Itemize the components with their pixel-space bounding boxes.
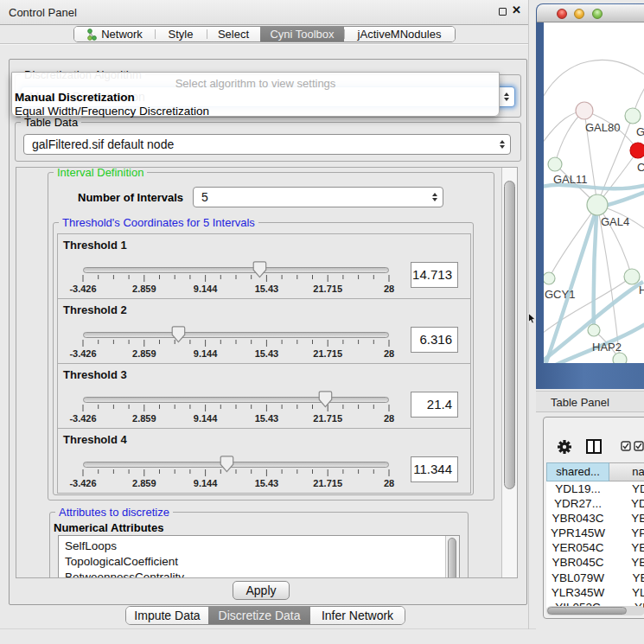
svg-text:GAL4: GAL4 [601,215,629,228]
combo-stepper-icon [499,92,514,101]
interval-definition-group: Interval Definition Number of Intervals … [48,172,494,501]
apply-button[interactable]: Apply [233,581,290,600]
svg-text:21.715: 21.715 [313,284,342,294]
slider-thumb[interactable] [220,456,234,473]
table-row[interactable]: YPR145WYPR1 [546,526,644,540]
svg-text:28: 28 [384,284,394,294]
combo-stepper-icon [494,140,510,149]
table-row[interactable]: YBR043CYBR0 [546,511,644,526]
table-data-group-title: Table Data [21,116,81,129]
bottom-divider [0,628,536,629]
svg-text:GCY1: GCY1 [545,288,575,301]
threshold-row-4: Threshold 4-3.4262.8599.14415.4321.71528… [57,428,471,494]
svg-text:15.43: 15.43 [255,478,279,488]
thresholds-group-title: Threshold's Coordinates for 5 Intervals [59,216,258,229]
table-row[interactable]: YDR27...YDR2 [546,496,644,511]
split-columns-icon[interactable] [586,439,602,454]
dropdown-option-equal-width[interactable]: Equal Width/Frequency Discretization [15,105,209,118]
mouse-cursor [528,313,536,324]
tab-cyni-toolbox[interactable]: Cyni Toolbox [260,27,344,41]
panel-scrollbar-thumb[interactable] [504,181,515,489]
close-window-icon[interactable] [557,9,567,19]
control-panel-tabs: NetworkStyleSelectCyni ToolboxjActiveMNo… [73,26,456,42]
combo-stepper-icon [427,193,443,201]
table-row[interactable]: YBL079WYBL0 [546,571,644,585]
threshold-value-field[interactable]: 14.713 [411,262,458,288]
slider-thumb[interactable] [171,326,186,343]
threshold-label: Threshold 1 [63,239,127,252]
threshold-value-field[interactable]: 11.344 [411,456,458,482]
threshold-row-3: Threshold 3-3.4262.8599.14415.4321.71528… [57,363,471,429]
tab-discretize-data[interactable]: Discretize Data [208,607,310,624]
close-panel-icon[interactable]: ✕ [512,3,521,16]
attribute-item[interactable]: SelfLoops [59,539,459,554]
control-panel-title: Control Panel [9,6,77,19]
table-row[interactable]: YBR045CYBR0 [546,555,644,570]
attributes-scrollbar[interactable] [445,536,459,578]
table-data-group: Table Data galFiltered.sif default node [15,122,521,162]
table-row[interactable]: YDL19...YDL1 [546,481,644,496]
gear-icon[interactable] [558,440,571,454]
svg-text:2.859: 2.859 [132,413,156,424]
column-header-shared-name[interactable]: shared... [546,462,609,481]
table-row[interactable]: YER054CYER0 [546,540,644,555]
threshold-value-field[interactable]: 21.4 [411,392,458,418]
numerical-attributes-list[interactable]: SelfLoopsTopologicalCoefficientBetweenne… [58,535,460,578]
svg-text:-3.426: -3.426 [69,478,96,488]
tab-impute-data[interactable]: Impute Data [126,607,208,624]
svg-text:9.144: 9.144 [194,478,218,488]
checkbox-icons[interactable] [621,441,644,451]
network-window-titlebar[interactable] [537,4,644,22]
svg-text:C: C [637,161,644,174]
num-intervals-combobox[interactable]: 5 [193,187,443,207]
network-icon [86,29,97,41]
dropdown-option-manual[interactable]: Manual Discretization [15,91,135,104]
float-panel-icon[interactable] [499,8,507,16]
column-header-name[interactable]: name [609,462,644,481]
tab-jactivemnodules[interactable]: jActiveMNodules [344,27,455,41]
slider-thumb[interactable] [318,391,333,408]
table-toolbar [544,418,644,459]
panel-scrollbar[interactable] [501,168,518,577]
thresholds-group: Threshold's Coordinates for 5 Intervals … [53,222,474,495]
zoom-window-icon[interactable] [592,9,603,19]
cyni-toolbox-panel: Discretization Algorithm Manual Discreti… [9,59,527,605]
dropdown-hint: Select algorithm to view settings [12,77,499,90]
slider-track[interactable] [83,397,389,403]
network-canvas[interactable]: GAL80GACGAL11GAL4HGCY1HAP2 [544,22,644,363]
algorithm-dropdown-popup: Select algorithm to view settings Manual… [11,72,500,117]
attribute-item[interactable]: TopologicalCoefficient [59,554,459,570]
svg-text:28: 28 [384,413,394,424]
svg-text:15.43: 15.43 [255,284,279,294]
attributes-group-title: Attributes to discretize [55,506,173,519]
svg-text:GAL80: GAL80 [585,121,620,134]
interval-definition-group-title: Interval Definition [54,167,147,179]
table-hscrollbar[interactable] [546,606,644,615]
numerical-attributes-label: Numerical Attributes [54,521,163,534]
slider-track[interactable] [83,267,389,273]
svg-text:-3.426: -3.426 [69,284,96,294]
tab-network[interactable]: Network [74,27,155,41]
table-panel-title: Table Panel [551,396,609,409]
slider-track[interactable] [83,332,389,338]
table-rows: YDL19...YDL1YDR27...YDR2YBR043CYBR0YPR14… [546,481,644,608]
tab-style[interactable]: Style [155,27,207,41]
slider-track[interactable] [83,462,389,468]
svg-text:GA: GA [636,125,644,138]
minimize-window-icon[interactable] [574,9,584,19]
svg-text:HAP2: HAP2 [592,341,622,354]
table-hscrollbar-thumb[interactable] [547,607,627,615]
network-window: GAL80GACGAL11GAL4HGCY1HAP2 [536,3,644,389]
table-row[interactable]: YLR345WYLR3 [546,585,644,600]
threshold-value-field[interactable]: 6.316 [411,327,458,353]
table-data-combobox[interactable]: galFiltered.sif default node [23,134,511,155]
tab-select[interactable]: Select [207,27,260,41]
tab-infer-network[interactable]: Infer Network [310,607,405,624]
svg-text:15.43: 15.43 [255,348,279,359]
threshold-label: Threshold 3 [63,368,127,381]
num-intervals-label: Number of Intervals [78,191,183,204]
threshold-row-2: Threshold 2-3.4262.8599.14415.4321.71528… [57,298,471,364]
attribute-item[interactable]: BetweennessCentrality [59,570,459,578]
slider-thumb[interactable] [252,261,267,278]
threshold-label: Threshold 4 [63,433,127,446]
